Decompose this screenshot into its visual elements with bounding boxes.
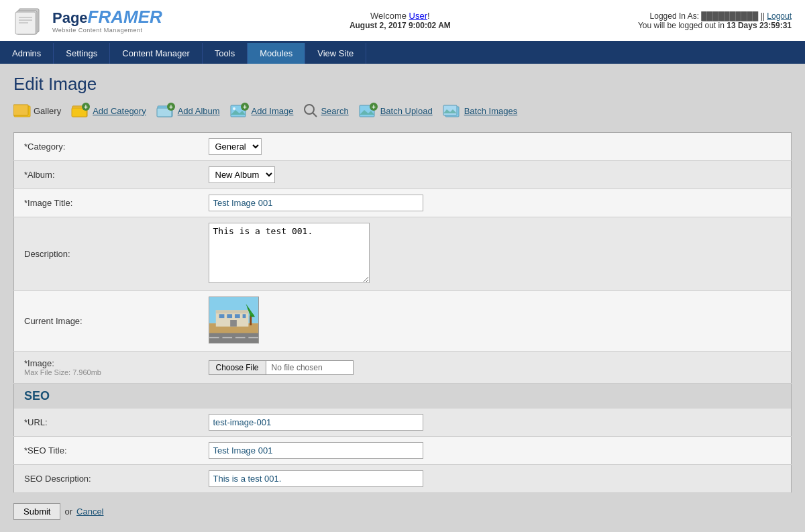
nav-admins[interactable]: Admins <box>0 43 54 64</box>
batch-images-icon <box>443 103 462 119</box>
add-album-link[interactable]: + Add Album <box>156 103 220 119</box>
url-label: *URL: <box>14 409 202 437</box>
batch-upload-icon: + <box>359 103 378 119</box>
description-value: This is a test 001. <box>202 217 792 291</box>
album-select[interactable]: New Album <box>209 166 275 183</box>
logo-area: PageFRAMER Website Content Management <box>13 5 162 36</box>
add-category-link[interactable]: + Add Category <box>71 103 146 119</box>
batch-images-link[interactable]: Batch Images <box>443 103 518 119</box>
image-title-row: *Image Title: <box>14 189 792 217</box>
logo-icon <box>13 5 47 36</box>
header: PageFRAMER Website Content Management We… <box>0 0 805 43</box>
category-label: *Category: <box>14 133 202 161</box>
image-sub-label: Max File Size: 7.960mb <box>24 368 192 376</box>
current-image-thumbnail <box>209 297 259 343</box>
svg-rect-41 <box>222 337 232 338</box>
file-name-display: No file chosen <box>266 360 354 375</box>
logout-link[interactable]: Logout <box>767 11 792 21</box>
nav-modules[interactable]: Modules <box>248 43 305 64</box>
file-input-wrapper: Choose File No file chosen <box>209 360 785 375</box>
navbar: Admins Settings Content Manager Tools Mo… <box>0 43 805 64</box>
current-image-label: Current Image: <box>14 291 202 352</box>
svg-text:+: + <box>84 103 88 111</box>
seo-title-value <box>202 437 792 465</box>
album-value: New Album <box>202 161 792 189</box>
submit-button[interactable]: Submit <box>13 503 60 520</box>
svg-rect-43 <box>248 337 258 338</box>
seo-header-row: SEO <box>14 384 792 409</box>
nav-settings[interactable]: Settings <box>54 43 110 64</box>
seo-description-label: SEO Description: <box>14 465 202 493</box>
current-image-value <box>202 291 792 352</box>
svg-rect-42 <box>235 337 245 338</box>
gallery-icon <box>13 103 31 118</box>
svg-line-22 <box>313 113 317 117</box>
url-row: *URL: <box>14 409 792 437</box>
svg-rect-35 <box>227 314 232 318</box>
search-icon <box>303 103 318 118</box>
seo-title-input[interactable] <box>209 442 423 459</box>
svg-rect-28 <box>443 105 457 115</box>
header-center: Welcome User! August 2, 2017 9:00:02 AM <box>350 11 451 30</box>
add-category-icon: + <box>71 103 90 119</box>
url-input[interactable] <box>209 414 423 431</box>
svg-point-18 <box>233 107 235 110</box>
svg-rect-38 <box>230 320 237 327</box>
svg-text:+: + <box>372 103 376 111</box>
album-row: *Album: New Album <box>14 161 792 189</box>
logo-text: PageFRAMER Website Content Management <box>52 7 162 34</box>
nav-tools[interactable]: Tools <box>203 43 248 64</box>
seo-title-row: *SEO Title: <box>14 437 792 465</box>
svg-rect-34 <box>219 314 224 318</box>
username-link[interactable]: User <box>409 11 427 21</box>
datetime: August 2, 2017 9:00:02 AM <box>350 21 451 30</box>
image-title-label: *Image Title: <box>14 189 202 217</box>
cancel-link[interactable]: Cancel <box>76 507 103 517</box>
header-right: Logged In As: ██████████ || Logout You w… <box>638 11 792 30</box>
description-label: Description: <box>14 217 202 291</box>
seo-title-label: *SEO Title: <box>14 437 202 465</box>
svg-text:+: + <box>243 103 247 111</box>
page-title: Edit Image <box>13 74 792 95</box>
gallery-link[interactable]: Gallery <box>13 103 61 118</box>
seo-description-row: SEO Description: <box>14 465 792 493</box>
svg-rect-36 <box>234 314 239 318</box>
description-textarea[interactable]: This is a test 001. <box>209 223 370 283</box>
current-image-row: Current Image: <box>14 291 792 352</box>
svg-rect-40 <box>209 337 219 338</box>
image-title-input[interactable] <box>209 195 423 211</box>
main-content: Edit Image Gallery + Add Category <box>0 64 805 530</box>
session-info: You will be logged out in 13 Days 23:59:… <box>638 21 792 30</box>
logged-in-user: ██████████ <box>701 11 760 21</box>
svg-point-21 <box>305 105 314 114</box>
svg-text:+: + <box>169 103 173 111</box>
seo-section-header: SEO <box>14 384 792 409</box>
or-text: or <box>64 507 72 517</box>
album-label: *Album: <box>14 161 202 189</box>
logged-in-label: Logged In As: <box>650 11 699 21</box>
search-link[interactable]: Search <box>303 103 348 118</box>
description-row: Description: This is a test 001. <box>14 217 792 291</box>
image-title-value <box>202 189 792 217</box>
svg-rect-7 <box>13 105 28 115</box>
image-file-row: *Image: Max File Size: 7.960mb Choose Fi… <box>14 352 792 384</box>
image-file-value: Choose File No file chosen <box>202 352 792 384</box>
category-select[interactable]: General <box>209 138 262 155</box>
image-file-label: *Image: Max File Size: 7.960mb <box>14 352 202 384</box>
add-image-link[interactable]: + Add Image <box>230 103 294 119</box>
batch-upload-link[interactable]: + Batch Upload <box>359 103 433 119</box>
nav-content-manager[interactable]: Content Manager <box>110 43 202 64</box>
choose-file-button[interactable]: Choose File <box>209 360 266 375</box>
svg-rect-37 <box>242 314 246 318</box>
url-value <box>202 409 792 437</box>
seo-description-input[interactable] <box>209 470 423 487</box>
welcome-text: Welcome User! <box>350 11 451 21</box>
add-album-icon: + <box>156 103 175 119</box>
toolbar: Gallery + Add Category + Add Album <box>13 103 792 119</box>
add-image-icon: + <box>230 103 249 119</box>
svg-rect-33 <box>215 310 248 313</box>
svg-rect-44 <box>250 315 252 325</box>
nav-view-site[interactable]: View Site <box>305 43 366 64</box>
form-table: *Category: General *Album: New Album * <box>13 132 792 493</box>
category-row: *Category: General <box>14 133 792 161</box>
